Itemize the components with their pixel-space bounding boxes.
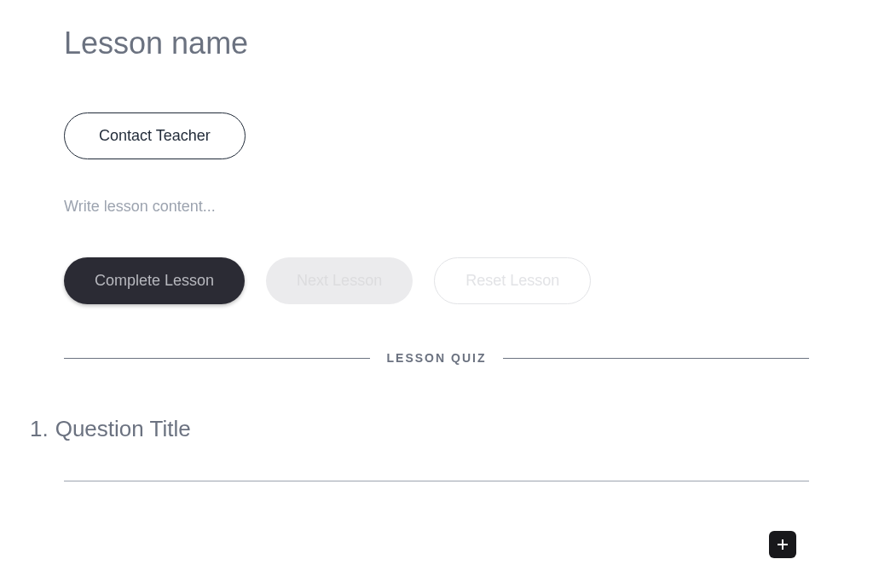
contact-teacher-button[interactable]: Contact Teacher [64, 112, 246, 159]
lesson-title-input[interactable] [64, 26, 809, 61]
quiz-divider-label: LESSON QUIZ [387, 351, 487, 365]
next-lesson-button[interactable]: Next Lesson [266, 257, 413, 304]
reset-lesson-button[interactable]: Reset Lesson [434, 257, 591, 304]
divider-line-left [64, 358, 370, 359]
lesson-action-row: Complete Lesson Next Lesson Reset Lesson [64, 257, 809, 304]
quiz-divider: LESSON QUIZ [64, 351, 809, 365]
lesson-content-textarea[interactable] [64, 198, 809, 216]
divider-line-right [503, 358, 809, 359]
add-question-button[interactable] [769, 531, 796, 558]
question-row: 1. [30, 416, 809, 442]
question-number: 1. [30, 416, 49, 442]
question-title-input[interactable] [55, 416, 809, 442]
plus-icon [776, 538, 789, 551]
complete-lesson-button[interactable]: Complete Lesson [64, 257, 245, 304]
question-divider [64, 481, 809, 481]
